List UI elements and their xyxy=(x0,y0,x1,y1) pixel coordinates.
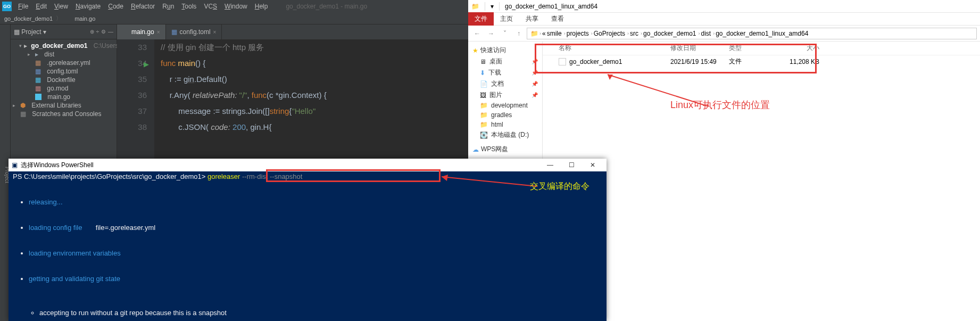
nav-item[interactable]: 📄文档📌 xyxy=(470,78,540,89)
menu-edit[interactable]: Edit xyxy=(32,2,50,11)
ide-window-title: go_docker_demo1 - main.go xyxy=(283,2,370,11)
explorer-file-list[interactable]: 名称 修改日期 类型 大小 go_docker_demo1 2021/6/19 … xyxy=(543,42,980,321)
close-button[interactable]: ✕ xyxy=(582,161,603,169)
tab-config-toml[interactable]: ▦config.toml× xyxy=(166,24,222,39)
menu-refactor[interactable]: Refactor xyxy=(128,2,158,11)
tree-folder-dist[interactable]: ▸▸ dist xyxy=(11,50,117,59)
project-header: ▦ Project ▾ ⊕ ÷ ⚙ — xyxy=(11,24,117,39)
nav-item[interactable]: 🖼图片📌 xyxy=(470,89,540,101)
ide-logo-icon: GO xyxy=(2,2,12,11)
up-button[interactable]: ↑ xyxy=(513,28,525,39)
file-icon xyxy=(559,58,566,65)
explorer-address-bar: ← → ˅ ↑ 📁› « smile› projects› GoProjects… xyxy=(468,26,980,42)
go-file-icon xyxy=(65,15,71,22)
menu-navigate[interactable]: Navigate xyxy=(72,2,104,11)
titlebar-path: go_docker_demo1_linux_amd64 xyxy=(505,3,597,10)
explorer-titlebar: 📁 ▾ go_docker_demo1_linux_amd64 xyxy=(468,0,980,13)
tree-file[interactable]: ▦ .goreleaser.yml xyxy=(11,59,117,67)
tree-root[interactable]: ▾▸ go_docker_demo1 C:\Users\sm xyxy=(11,42,117,50)
col-size: 大小 xyxy=(777,44,819,53)
address-path[interactable]: 📁› « smile› projects› GoProjects› src› g… xyxy=(527,28,977,39)
menu-vcs[interactable]: VCS xyxy=(201,2,220,11)
nav-item[interactable]: 🖥桌面📌 xyxy=(470,56,540,67)
tree-external-libraries[interactable]: ▸⬢ External Libraries xyxy=(11,101,117,110)
nav-item[interactable]: 📁development xyxy=(470,101,540,110)
breadcrumb-file[interactable]: main.go xyxy=(74,15,95,22)
ribbon-tab-file[interactable]: 文件 xyxy=(468,12,494,26)
tree-file[interactable]: ▦ go.mod xyxy=(11,84,117,93)
menu-help[interactable]: Help xyxy=(252,2,271,11)
folder-icon: 📁 xyxy=(471,3,479,10)
editor-tabs: main.go× ▦config.toml× xyxy=(117,24,468,39)
maximize-button[interactable]: ☐ xyxy=(561,161,582,169)
ribbon-tab-share[interactable]: 共享 xyxy=(519,12,545,26)
ribbon-tab-home[interactable]: 主页 xyxy=(494,12,519,26)
col-date: 修改日期 xyxy=(670,44,729,53)
breadcrumb-root[interactable]: go_docker_demo1 xyxy=(4,15,53,22)
annotation-text-1: Linux可执行文件的位置 xyxy=(670,98,770,111)
nav-item[interactable]: 📁html xyxy=(470,120,540,129)
recent-button[interactable]: ˅ xyxy=(499,28,511,39)
nav-item[interactable]: 💽本地磁盘 (D:) xyxy=(470,129,540,141)
menu-code[interactable]: Code xyxy=(105,2,127,11)
col-type: 类型 xyxy=(729,44,777,53)
ps-title-text: 选择Windows PowerShell xyxy=(21,161,94,169)
menu-window[interactable]: Window xyxy=(221,2,251,11)
powershell-window: ▣ 选择Windows PowerShell — ☐ ✕ PS C:\Users… xyxy=(9,159,607,321)
col-name: 名称 xyxy=(559,44,670,53)
nav-item[interactable]: ⬇下载📌 xyxy=(470,67,540,78)
run-gutter-icon[interactable]: ▶ xyxy=(144,56,149,72)
ide-breadcrumb: go_docker_demo1 〉 main.go xyxy=(0,13,468,24)
ide-menubar: GO File Edit View Navigate Code Refactor… xyxy=(0,0,468,13)
explorer-ribbon: 文件 主页 共享 查看 xyxy=(468,13,980,26)
hide-icon[interactable]: — xyxy=(108,29,113,35)
pin-icon: 📌 xyxy=(531,92,538,98)
menu-run[interactable]: Run xyxy=(159,2,177,11)
nav-item[interactable]: 📁gradles xyxy=(470,110,540,120)
tab-main-go[interactable]: main.go× xyxy=(117,24,166,39)
powershell-output[interactable]: PS C:\Users\smile\projects\GoProjects\sr… xyxy=(9,171,607,321)
close-icon[interactable]: × xyxy=(213,29,217,35)
collapse-all-icon[interactable]: ÷ xyxy=(96,29,99,35)
pin-icon: 📌 xyxy=(531,59,538,64)
expand-all-icon[interactable]: ⊕ xyxy=(90,29,94,35)
settings-gear-icon[interactable]: ⚙ xyxy=(101,29,106,35)
back-button[interactable]: ← xyxy=(471,28,483,39)
ps-icon: ▣ xyxy=(12,161,18,169)
menu-tools[interactable]: Tools xyxy=(178,2,200,11)
chevron-right-icon: 〉 xyxy=(56,14,62,22)
file-row[interactable]: go_docker_demo1 2021/6/19 15:49 文件 11,20… xyxy=(543,55,980,68)
tree-file-main-go[interactable]: main.go xyxy=(11,93,117,101)
menu-view[interactable]: View xyxy=(51,2,71,11)
tree-file[interactable]: ▦ Dockerfile xyxy=(11,76,117,84)
close-icon[interactable]: × xyxy=(157,29,160,35)
ribbon-tab-view[interactable]: 查看 xyxy=(545,12,570,26)
project-view-dropdown[interactable]: ▦ Project ▾ xyxy=(14,28,46,36)
nav-wps[interactable]: ☁WPS网盘 xyxy=(470,144,540,155)
pin-icon: 📌 xyxy=(531,70,538,76)
tree-file[interactable]: ▦ config.toml xyxy=(11,67,117,76)
forward-button[interactable]: → xyxy=(485,28,497,39)
tree-scratches[interactable]: ▦ Scratches and Consoles xyxy=(11,110,117,118)
pin-icon: 📌 xyxy=(531,81,538,87)
nav-quick-access[interactable]: ★快速访问 xyxy=(470,45,540,56)
column-headers[interactable]: 名称 修改日期 类型 大小 xyxy=(543,42,980,55)
minimize-button[interactable]: — xyxy=(539,161,561,169)
annotation-text-2: 交叉编译的命令 xyxy=(530,181,589,192)
menu-file[interactable]: File xyxy=(15,2,31,11)
project-tree[interactable]: ▾▸ go_docker_demo1 C:\Users\sm ▸▸ dist ▦… xyxy=(11,39,117,120)
powershell-titlebar[interactable]: ▣ 选择Windows PowerShell — ☐ ✕ xyxy=(9,159,607,171)
explorer-dropdown-icon[interactable]: ▾ xyxy=(491,3,494,10)
